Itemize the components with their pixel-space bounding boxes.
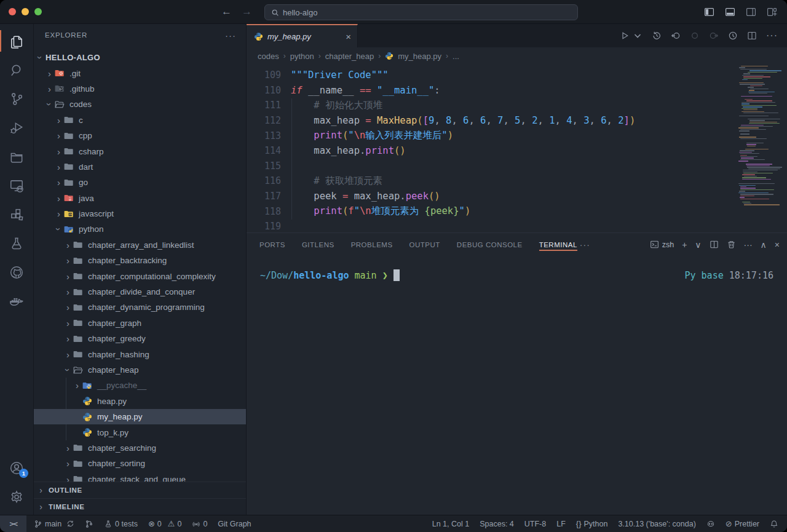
panel-tab-ports[interactable]: PORTS <box>259 235 285 255</box>
activity-testing-icon[interactable] <box>0 229 33 258</box>
more-actions-icon[interactable]: ··· <box>766 30 778 41</box>
activity-docker-icon[interactable] <box>0 287 33 316</box>
tree-item-chapter_stack_and_queue[interactable]: ›chapter_stack_and_queue <box>34 472 246 482</box>
tree-item-python[interactable]: ›python <box>34 221 246 237</box>
run-dropdown[interactable] <box>633 31 643 41</box>
tree-item-c[interactable]: ›c <box>34 113 246 128</box>
activity-accounts-icon[interactable]: 1 <box>0 453 33 482</box>
nav-circle-icon[interactable] <box>690 31 700 41</box>
remote-indicator[interactable]: >< <box>0 515 26 532</box>
panel-more-icon[interactable]: ··· <box>744 240 753 249</box>
branch-indicator[interactable]: main <box>34 520 74 528</box>
minimap[interactable] <box>738 66 784 213</box>
panel-tabs-more-icon[interactable]: ··· <box>580 240 590 250</box>
tree-item-heap.py[interactable]: heap.py <box>34 394 246 409</box>
nav-back-icon[interactable] <box>671 31 681 41</box>
close-window-button[interactable] <box>9 8 16 15</box>
code-line-113[interactable]: 113 print("\n输入列表并建堆后") <box>247 128 787 143</box>
python-interpreter[interactable]: 3.10.13 ('base': conda) <box>618 520 695 528</box>
panel-tab-terminal[interactable]: TERMINAL <box>539 235 577 255</box>
new-terminal-button[interactable]: + <box>682 240 687 249</box>
shell-terminal-icon[interactable]: zsh <box>650 240 674 249</box>
tree-item-dart[interactable]: ›dart <box>34 159 246 175</box>
ports-indicator[interactable]: 0 <box>192 520 207 528</box>
code-line-119[interactable]: 119 <box>247 219 787 232</box>
indentation[interactable]: Spaces: 4 <box>480 520 514 528</box>
tree-item-my_heap.py[interactable]: my_heap.py <box>34 409 246 424</box>
layout-sidebar-left-icon[interactable] <box>704 7 714 17</box>
tests-indicator[interactable]: 0 tests <box>104 520 138 528</box>
tree-item-.git[interactable]: ›.git <box>34 65 246 81</box>
gitlens-graph-icon[interactable] <box>728 31 738 41</box>
tree-item-csharp[interactable]: ›csharp <box>34 143 246 159</box>
minimize-window-button[interactable] <box>22 8 29 15</box>
tree-item-chapter_graph[interactable]: ›chapter_graph <box>34 316 246 331</box>
panel-tab-problems[interactable]: PROBLEMS <box>351 235 393 255</box>
prettier-indicator[interactable]: ⊘Prettier <box>726 520 759 528</box>
activity-github-icon[interactable] <box>0 258 33 287</box>
tree-item-chapter_backtracking[interactable]: ›chapter_backtracking <box>34 253 246 268</box>
breadcrumb-item[interactable]: chapter_heap <box>325 52 374 61</box>
terminal-dropdown[interactable]: ∨ <box>695 240 701 249</box>
layout-sidebar-right-icon[interactable] <box>746 7 756 17</box>
activity-settings-icon[interactable] <box>0 482 33 511</box>
notifications-bell-icon[interactable] <box>770 520 778 528</box>
code-line-114[interactable]: 114 max_heap.print() <box>247 143 787 159</box>
activity-search-icon[interactable] <box>0 55 33 84</box>
language-mode[interactable]: {}Python <box>576 520 608 528</box>
kill-terminal-icon[interactable] <box>727 240 736 249</box>
panel-tab-output[interactable]: OUTPUT <box>409 235 440 255</box>
nav-forward-button[interactable]: → <box>242 6 252 18</box>
tree-item-chapter_divide_and_conquer[interactable]: ›chapter_divide_and_conquer <box>34 284 246 300</box>
maximize-panel-icon[interactable]: ∧ <box>761 240 767 249</box>
run-button[interactable] <box>620 31 630 41</box>
activity-project-manager-icon[interactable] <box>0 142 33 171</box>
tree-item-chapter_greedy[interactable]: ›chapter_greedy <box>34 331 246 346</box>
code-editor[interactable]: 109"""Driver Code"""110if __name__ == "_… <box>247 65 787 232</box>
activity-explorer-icon[interactable] <box>0 26 33 55</box>
nav-back-button[interactable]: ← <box>221 6 232 18</box>
code-line-118[interactable]: 118 print(f"\n堆顶元素为 {peek}") <box>247 204 787 219</box>
code-line-111[interactable]: 111 # 初始化大顶堆 <box>247 98 787 113</box>
activity-extensions-icon[interactable] <box>0 200 33 229</box>
activity-source-control-icon[interactable] <box>0 84 33 113</box>
tree-item-chapter_sorting[interactable]: ›chapter_sorting <box>34 456 246 471</box>
tree-item-codes[interactable]: ›codes <box>34 97 246 112</box>
breadcrumb-item[interactable]: my_heap.py <box>398 52 441 61</box>
timeline-history-icon[interactable] <box>652 31 662 41</box>
split-terminal-icon[interactable] <box>710 240 719 249</box>
code-line-110[interactable]: 110if __name__ == "__main__": <box>247 83 787 98</box>
copilot-icon[interactable] <box>706 520 715 528</box>
cursor-position[interactable]: Ln 1, Col 1 <box>432 520 469 528</box>
section-timeline[interactable]: ›TIMELINE <box>34 498 246 515</box>
activity-remote-explorer-icon[interactable] <box>0 171 33 200</box>
tree-item-chapter_computational_complexity[interactable]: ›chapter_computational_complexity <box>34 268 246 284</box>
tree-item-chapter_heap[interactable]: ›chapter_heap <box>34 362 246 378</box>
tree-item-top_k.py[interactable]: top_k.py <box>34 424 246 440</box>
source-control-graph-icon[interactable] <box>85 520 93 528</box>
encoding[interactable]: UTF-8 <box>524 520 546 528</box>
section-outline[interactable]: ›OUTLINE <box>34 482 246 498</box>
tree-item-chapter_array_and_linkedlist[interactable]: ›chapter_array_and_linkedlist <box>34 237 246 253</box>
git-graph-button[interactable]: Git Graph <box>218 520 251 528</box>
problems-indicator[interactable]: ⊗0⚠0 <box>148 520 181 528</box>
nav-forward-icon[interactable] <box>709 31 719 41</box>
panel-tab-debug-console[interactable]: DEBUG CONSOLE <box>457 235 523 255</box>
tab-my-heap[interactable]: my_heap.py × <box>247 24 358 47</box>
terminal[interactable]: ~/Dow/hello-algo main❯ Py base 18:17:16 <box>247 256 787 515</box>
breadcrumb-item[interactable]: python <box>290 52 314 61</box>
eol[interactable]: LF <box>556 520 566 528</box>
command-center-search[interactable]: hello-algo <box>264 4 578 20</box>
split-editor-icon[interactable] <box>747 31 757 41</box>
code-line-112[interactable]: 112 max_heap = MaxHeap([9, 8, 6, 6, 7, 5… <box>247 113 787 129</box>
breadcrumb-item[interactable]: ... <box>453 52 459 61</box>
tree-item-cpp[interactable]: ›cpp <box>34 128 246 143</box>
tree-item-java[interactable]: ›java <box>34 191 246 206</box>
explorer-more-actions-icon[interactable]: ··· <box>225 30 236 41</box>
close-panel-icon[interactable]: × <box>775 240 780 249</box>
tree-item-HELLO-ALGO[interactable]: ›HELLO-ALGO <box>34 50 246 65</box>
layout-customize-icon[interactable] <box>767 7 777 17</box>
code-line-115[interactable]: 115 <box>247 159 787 174</box>
tree-item-javascript[interactable]: ›JSjavascript <box>34 206 246 221</box>
code-line-109[interactable]: 109"""Driver Code""" <box>247 68 787 83</box>
